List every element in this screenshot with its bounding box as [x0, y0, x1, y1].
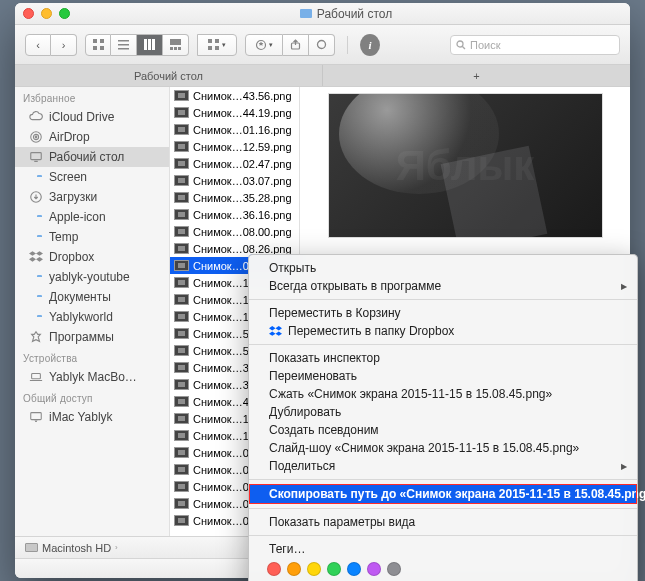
- file-name: Снимок…01.16.png: [193, 124, 292, 136]
- svg-rect-10: [170, 39, 181, 45]
- view-list-button[interactable]: [111, 34, 137, 56]
- sidebar-item[interactable]: Apple-icon: [15, 207, 169, 227]
- svg-rect-14: [208, 39, 212, 43]
- file-item[interactable]: Снимок…44.19.png: [170, 104, 299, 121]
- sidebar-item[interactable]: Рабочий стол: [15, 147, 169, 167]
- sidebar-item[interactable]: Screen: [15, 167, 169, 187]
- file-thumb-icon: [174, 124, 189, 135]
- sidebar-item-label: Temp: [49, 230, 78, 244]
- file-thumb-icon: [174, 243, 189, 254]
- path-segment[interactable]: Macintosh HD: [42, 542, 111, 554]
- tag-color[interactable]: [387, 562, 401, 576]
- ctx-rename[interactable]: Переименовать: [249, 367, 637, 385]
- file-name: Снимок…12.59.png: [193, 141, 292, 153]
- dropbox-icon: [29, 250, 43, 264]
- file-item[interactable]: Снимок…08.00.png: [170, 223, 299, 240]
- minimize-window-button[interactable]: [41, 8, 52, 19]
- sidebar-item-label: Yablyk MacBo…: [49, 370, 137, 384]
- sidebar-item[interactable]: yablyk-youtube: [15, 267, 169, 287]
- svg-rect-11: [170, 47, 173, 50]
- file-thumb-icon: [174, 107, 189, 118]
- file-item[interactable]: Снимок…12.59.png: [170, 138, 299, 155]
- ctx-inspector[interactable]: Показать инспектор: [249, 349, 637, 367]
- svg-rect-7: [144, 39, 147, 50]
- arrange-button[interactable]: ▾: [197, 34, 237, 56]
- tag-color[interactable]: [287, 562, 301, 576]
- search-icon: [456, 40, 466, 50]
- back-button[interactable]: ‹: [25, 34, 51, 56]
- svg-rect-28: [32, 374, 41, 379]
- tags-button[interactable]: [309, 34, 335, 56]
- share-button[interactable]: [283, 34, 309, 56]
- sidebar-item[interactable]: iMac Yablyk: [15, 407, 169, 427]
- file-item[interactable]: Снимок…02.47.png: [170, 155, 299, 172]
- file-item[interactable]: Снимок…35.28.png: [170, 189, 299, 206]
- file-thumb-icon: [174, 141, 189, 152]
- sidebar-item[interactable]: AirDrop: [15, 127, 169, 147]
- sidebar-item-label: Документы: [49, 290, 111, 304]
- file-name: Снимок…44.19.png: [193, 107, 292, 119]
- search-field[interactable]: Поиск: [450, 35, 620, 55]
- sidebar-item[interactable]: Dropbox: [15, 247, 169, 267]
- ctx-open[interactable]: Открыть: [249, 259, 637, 277]
- svg-rect-5: [118, 44, 129, 46]
- sidebar-item[interactable]: Yablyk MacBo…: [15, 367, 169, 387]
- ctx-alias[interactable]: Создать псевдоним: [249, 421, 637, 439]
- sidebar-item[interactable]: Загрузки: [15, 187, 169, 207]
- zoom-window-button[interactable]: [59, 8, 70, 19]
- view-icons-button[interactable]: [85, 34, 111, 56]
- sidebar-item[interactable]: Программы: [15, 327, 169, 347]
- file-name: Снимок…43.56.png: [193, 90, 292, 102]
- file-thumb-icon: [174, 311, 189, 322]
- laptop-icon: [29, 370, 43, 384]
- svg-point-21: [457, 41, 463, 47]
- svg-rect-4: [118, 40, 129, 42]
- ctx-share[interactable]: Поделиться: [249, 457, 637, 475]
- sidebar-item-label: iMac Yablyk: [49, 410, 113, 424]
- tag-color[interactable]: [327, 562, 341, 576]
- file-thumb-icon: [174, 294, 189, 305]
- ctx-dropbox[interactable]: Переместить в папку Dropbox: [249, 322, 637, 340]
- sidebar-item[interactable]: Temp: [15, 227, 169, 247]
- file-item[interactable]: Снимок…03.07.png: [170, 172, 299, 189]
- file-thumb-icon: [174, 515, 189, 526]
- tag-color[interactable]: [367, 562, 381, 576]
- info-button[interactable]: i: [360, 34, 380, 56]
- apps-icon: [29, 330, 43, 344]
- view-columns-button[interactable]: [137, 34, 163, 56]
- svg-rect-26: [31, 153, 42, 160]
- arrange-group: ▾: [197, 34, 237, 56]
- sidebar-item-label: Screen: [49, 170, 87, 184]
- sidebar-item-label: iCloud Drive: [49, 110, 114, 124]
- hard-drive-icon: [25, 543, 38, 552]
- file-item[interactable]: Снимок…01.16.png: [170, 121, 299, 138]
- close-window-button[interactable]: [23, 8, 34, 19]
- file-thumb-icon: [174, 498, 189, 509]
- forward-button[interactable]: ›: [51, 34, 77, 56]
- file-item[interactable]: Снимок…43.56.png: [170, 87, 299, 104]
- sidebar-item[interactable]: Документы: [15, 287, 169, 307]
- tag-color[interactable]: [307, 562, 321, 576]
- action-button[interactable]: ▾: [245, 34, 283, 56]
- tag-color[interactable]: [267, 562, 281, 576]
- sidebar-item[interactable]: Yablykworld: [15, 307, 169, 327]
- svg-point-25: [35, 136, 37, 138]
- ctx-compress[interactable]: Сжать «Снимок экрана 2015-11-15 в 15.08.…: [249, 385, 637, 403]
- ctx-trash[interactable]: Переместить в Корзину: [249, 304, 637, 322]
- ctx-copy-path[interactable]: Скопировать путь до «Снимок экрана 2015-…: [249, 484, 637, 504]
- ctx-slideshow[interactable]: Слайд-шоу «Снимок экрана 2015-11-15 в 15…: [249, 439, 637, 457]
- ctx-open-with[interactable]: Всегда открывать в программе: [249, 277, 637, 295]
- ctx-duplicate[interactable]: Дублировать: [249, 403, 637, 421]
- sidebar-item[interactable]: iCloud Drive: [15, 107, 169, 127]
- tab-desktop[interactable]: Рабочий стол: [15, 65, 322, 86]
- file-thumb-icon: [174, 447, 189, 458]
- file-item[interactable]: Снимок…36.16.png: [170, 206, 299, 223]
- svg-rect-13: [178, 47, 181, 50]
- ctx-view-options[interactable]: Показать параметры вида: [249, 513, 637, 531]
- new-tab-button[interactable]: +: [322, 65, 630, 86]
- file-thumb-icon: [174, 175, 189, 186]
- file-name: Снимок…08.00.png: [193, 226, 292, 238]
- tag-color[interactable]: [347, 562, 361, 576]
- sidebar-item-label: AirDrop: [49, 130, 90, 144]
- view-gallery-button[interactable]: [163, 34, 189, 56]
